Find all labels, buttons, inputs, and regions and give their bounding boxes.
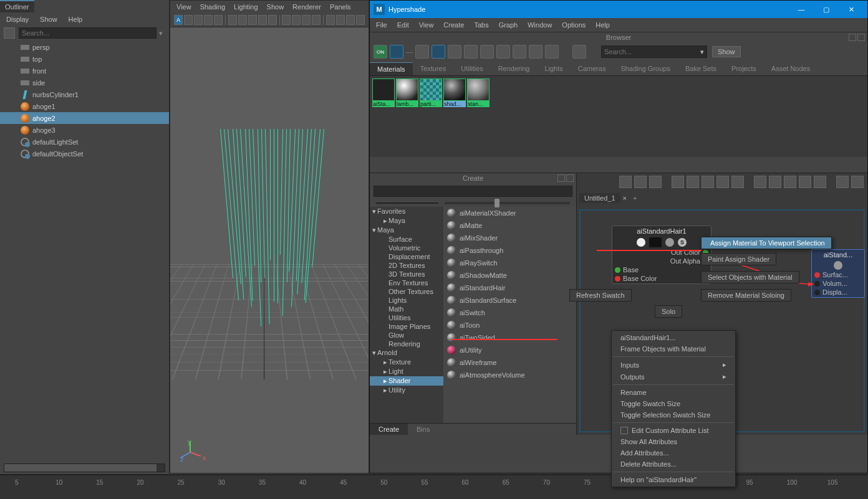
browser-tab-textures[interactable]: Textures [413, 62, 454, 75]
create-category-utilities[interactable]: Utilities [370, 313, 443, 322]
graph-tool-icon[interactable] [769, 176, 781, 188]
material-swatch[interactable]: aiSta... [372, 78, 395, 107]
hs-menu-graph[interactable]: Graph [499, 21, 518, 29]
browser-tool-icon[interactable] [415, 45, 429, 59]
browser-tab-rendering[interactable]: Rendering [491, 62, 538, 75]
context-item[interactable]: Delete Attributes... [612, 459, 735, 470]
create-category-texture[interactable]: ▸Texture [370, 358, 443, 367]
viewport-menu-renderer[interactable]: Renderer [292, 3, 321, 11]
browser-tool-icon[interactable] [513, 45, 526, 59]
browser-tool-icon[interactable] [529, 45, 542, 59]
create-category-volumetric[interactable]: Volumetric [370, 244, 443, 252]
viewport-tool-icon[interactable] [292, 15, 301, 25]
hs-menu-create[interactable]: Create [443, 21, 464, 29]
viewport-tool-arnold-icon[interactable]: A [174, 15, 183, 25]
create-category-arnold[interactable]: ▾Arnold [370, 348, 443, 358]
outliner-search-input[interactable] [19, 27, 157, 39]
browser-search-input[interactable] [604, 48, 700, 55]
graph-tool-icon[interactable] [851, 176, 864, 188]
viewport-menu-shading[interactable]: Shading [200, 3, 225, 11]
create-node-aiAtmosphereVolume[interactable]: aiAtmosphereVolume [443, 369, 576, 381]
create-category-glow[interactable]: Glow [370, 331, 443, 340]
window-maximize-button[interactable]: ▢ [814, 1, 839, 18]
context-item[interactable]: Inputs▸ [612, 359, 735, 371]
viewport-tool-icon[interactable] [302, 15, 311, 25]
graph-search-icon[interactable] [814, 176, 826, 188]
graph-tool-icon[interactable] [687, 176, 699, 188]
create-category-light[interactable]: ▸Light [370, 367, 443, 376]
create-tab-bins[interactable]: Bins [408, 424, 438, 435]
browser-tab-shading-groups[interactable]: Shading Groups [613, 62, 678, 75]
outliner-item-top[interactable]: top [0, 53, 169, 65]
create-search-input[interactable] [374, 186, 572, 197]
ctx-item-assign-material[interactable]: Assign Material To Viewport Selection [702, 237, 831, 249]
node-input-port[interactable] [615, 267, 620, 273]
material-swatch[interactable]: shad... [443, 78, 466, 107]
create-close-icon[interactable] [566, 174, 574, 182]
graph-tool-icon[interactable] [731, 176, 744, 188]
hs-menu-tabs[interactable]: Tabs [474, 21, 488, 29]
create-tab-create[interactable]: Create [370, 424, 408, 435]
outliner-item-defaultObjectSet[interactable]: defaultObjectSet [0, 148, 169, 159]
viewport-tool-icon[interactable] [336, 15, 345, 25]
browser-tab-cameras[interactable]: Cameras [571, 62, 614, 75]
browser-tool-icon[interactable] [464, 45, 478, 59]
create-category-utility[interactable]: ▸Utility [370, 386, 443, 395]
graph-tool-icon[interactable] [754, 176, 766, 188]
browser-tool-icon[interactable] [390, 45, 403, 59]
outliner-pick-icon[interactable] [4, 27, 15, 39]
create-category-lights[interactable]: Lights [370, 296, 443, 305]
browser-tab-lights[interactable]: Lights [537, 62, 570, 75]
browser-tab-utilities[interactable]: Utilities [453, 62, 490, 75]
outliner-item-ahoge2[interactable]: ahoge2 [0, 112, 169, 124]
create-category-maya[interactable]: ▾Maya [370, 226, 443, 235]
node-socket-icon[interactable] [834, 261, 842, 270]
material-swatch[interactable]: stan... [467, 78, 489, 107]
create-node-aiSwitch[interactable]: aiSwitch [443, 307, 576, 319]
viewport-tool-icon[interactable] [214, 15, 223, 25]
graph-tool-icon[interactable] [799, 176, 811, 188]
graph-node-aistandardhair[interactable]: aiStandardHair1 S Out Color Out Alpha Ba… [612, 226, 711, 284]
outliner-item-ahoge3[interactable]: ahoge3 [0, 124, 169, 136]
create-size-slider[interactable] [445, 202, 570, 204]
browser-popout-icon[interactable] [849, 34, 856, 41]
hs-menu-options[interactable]: Options [562, 21, 586, 29]
tooltip-refresh-swatch[interactable]: Refresh Swatch [569, 289, 632, 302]
create-node-aiStandardSurface[interactable]: aiStandardSurface [443, 294, 576, 307]
material-swatch[interactable]: lamb... [396, 78, 418, 107]
create-node-aiTwoSided[interactable]: aiTwoSided [443, 331, 576, 344]
window-close-button[interactable]: ✕ [839, 1, 864, 18]
viewport-tool-icon[interactable] [282, 15, 291, 25]
node-socket-icon[interactable] [637, 238, 645, 247]
create-node-aiMatte[interactable]: aiMatte [443, 219, 576, 232]
node-swatch-icon[interactable] [649, 237, 662, 247]
browser-tab-materials[interactable]: Materials [370, 62, 413, 75]
graph-tool-icon[interactable] [672, 176, 684, 188]
hs-menu-view[interactable]: View [419, 21, 434, 29]
context-item-remove-soloing[interactable]: Remove Material Soloing [701, 289, 791, 302]
viewport-menu-panels[interactable]: Panels [330, 3, 351, 11]
node-socket-icon[interactable] [665, 238, 674, 247]
browser-tab-projects[interactable]: Projects [724, 62, 764, 75]
browser-tool-icon[interactable] [480, 45, 494, 59]
node-socket-icon[interactable]: S [678, 238, 687, 247]
create-category-maya[interactable]: ▸Maya [370, 216, 443, 226]
hs-menu-window[interactable]: Window [528, 21, 552, 29]
create-node-aiShadowMatte[interactable]: aiShadowMatte [443, 269, 576, 282]
browser-close-icon[interactable] [857, 34, 865, 41]
window-minimize-button[interactable]: — [789, 1, 814, 18]
context-item[interactable]: Add Attributes... [612, 447, 735, 459]
browser-search-dropdown-icon[interactable]: ▾ [700, 48, 704, 56]
hypershade-titlebar[interactable]: M Hypershade — ▢ ✕ [370, 1, 867, 18]
outliner-search-dropdown-icon[interactable]: ▾ [157, 29, 165, 37]
create-node-aiStandardHair[interactable]: aiStandardHair [443, 282, 576, 294]
browser-tool-icon[interactable] [448, 45, 461, 59]
viewport-tool-icon[interactable] [356, 15, 365, 25]
viewport-menu-lighting[interactable]: Lighting [234, 3, 258, 11]
outliner-menu-show[interactable]: Show [40, 16, 57, 23]
create-node-aiRaySwitch[interactable]: aiRaySwitch [443, 257, 576, 269]
outliner-item-ahoge1[interactable]: ahoge1 [0, 100, 169, 112]
create-category-surface[interactable]: Surface [370, 235, 443, 244]
create-category-3d-textures[interactable]: 3D Textures [370, 270, 443, 278]
context-item-select-objects[interactable]: Select Objects with Material [701, 271, 799, 283]
